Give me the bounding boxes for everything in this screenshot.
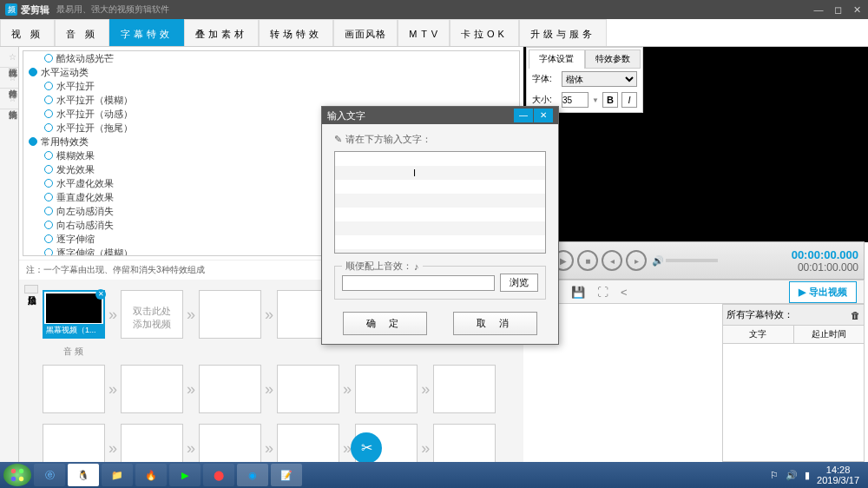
font-select[interactable]: 楷体 bbox=[562, 71, 637, 87]
save-icon[interactable]: 💾 bbox=[571, 286, 585, 299]
font-settings-panel: 字体设置 特效参数 字体: 楷体 大小: ▼ B I bbox=[526, 47, 643, 113]
maximize-button[interactable]: ◻ bbox=[832, 4, 844, 16]
effect-params-tab[interactable]: 特效参数 bbox=[585, 49, 641, 69]
empty-slot[interactable] bbox=[43, 424, 105, 462]
delete-icon[interactable]: 🗑 bbox=[851, 310, 860, 320]
radio-icon bbox=[44, 109, 53, 118]
empty-slot[interactable] bbox=[277, 424, 339, 462]
effect-category[interactable]: 水平运动类 bbox=[23, 65, 519, 79]
cancel-button[interactable]: 取 消 bbox=[453, 312, 537, 335]
app-title: 爱剪辑 bbox=[21, 3, 49, 16]
bold-button[interactable]: B bbox=[602, 92, 618, 108]
empty-slot[interactable] bbox=[199, 424, 261, 462]
radio-icon bbox=[44, 207, 53, 215]
effect-item[interactable]: 水平拉开（模糊） bbox=[23, 93, 519, 107]
taskbar-app-icon[interactable]: 🐧 bbox=[68, 464, 99, 486]
prev-frame-button[interactable]: ◂ bbox=[602, 250, 622, 271]
radio-icon bbox=[44, 193, 53, 201]
taskbar-ie-icon[interactable]: ⓔ bbox=[34, 464, 65, 486]
taskbar-record-icon[interactable]: ⬤ bbox=[203, 464, 234, 486]
empty-audio-slot[interactable] bbox=[355, 365, 418, 413]
main-tab-2[interactable]: 字幕特效 bbox=[109, 19, 184, 46]
app-logo-icon: 频 bbox=[5, 3, 17, 16]
side-tab-2[interactable]: ☆消失特效 bbox=[0, 89, 18, 109]
empty-audio-slot[interactable] bbox=[199, 365, 261, 413]
empty-slot[interactable] bbox=[121, 424, 183, 462]
radio-icon bbox=[44, 151, 53, 160]
svg-point-1 bbox=[19, 469, 23, 473]
share-icon[interactable]: < bbox=[621, 286, 628, 299]
taskbar-notepad-icon[interactable]: 📝 bbox=[271, 464, 302, 486]
edit-icon: ✎ bbox=[334, 134, 342, 145]
scissors-button[interactable]: ✂ bbox=[351, 432, 382, 464]
minimize-button[interactable]: — bbox=[812, 4, 825, 16]
text-input-area[interactable]: I bbox=[334, 151, 546, 254]
subtitle-panel-title: 所有字幕特效： bbox=[727, 308, 793, 321]
radio-icon bbox=[44, 123, 53, 132]
dialog-close-button[interactable]: ✕ bbox=[534, 109, 553, 122]
tray-volume-icon[interactable]: 🔊 bbox=[786, 470, 798, 481]
taskbar-player-icon[interactable]: ▶ bbox=[169, 464, 201, 486]
empty-audio-slot[interactable] bbox=[43, 365, 105, 413]
volume-icon[interactable]: 🔊 bbox=[652, 255, 664, 267]
radio-icon bbox=[44, 96, 53, 104]
next-frame-button[interactable]: ▸ bbox=[626, 250, 647, 271]
col-text[interactable]: 文字 bbox=[723, 326, 794, 343]
effect-item[interactable]: 酷炫动感光芒 bbox=[23, 51, 519, 65]
italic-button[interactable]: I bbox=[621, 92, 637, 108]
main-tab-3[interactable]: 叠加素材 bbox=[184, 19, 259, 46]
effect-item[interactable]: 水平拉开 bbox=[23, 79, 519, 93]
main-tab-8[interactable]: 升级与服务 bbox=[519, 19, 607, 46]
export-video-button[interactable]: ▶ 导出视频 bbox=[789, 281, 857, 303]
current-time: 00:00:00.000 bbox=[792, 248, 858, 261]
text-cursor-icon: I bbox=[413, 168, 414, 180]
taskbar-explorer-icon[interactable]: 📁 bbox=[102, 464, 133, 486]
empty-audio-slot[interactable] bbox=[433, 365, 496, 413]
empty-audio-slot[interactable] bbox=[121, 365, 183, 413]
remove-clip-icon[interactable]: ✕ bbox=[95, 289, 106, 300]
main-tab-1[interactable]: 音 频 bbox=[55, 19, 109, 46]
side-tab-0[interactable]: ☆出现特效 bbox=[0, 47, 18, 68]
dialog-minimize-button[interactable]: — bbox=[514, 109, 533, 122]
timeline-side-tab[interactable]: 已添加片段 bbox=[24, 285, 38, 293]
video-clip[interactable]: ✕ 黑幕视频（1... bbox=[43, 290, 105, 339]
side-tab-1[interactable]: ☆停留特效 bbox=[0, 68, 18, 89]
taskbar-firefox-icon[interactable]: 🔥 bbox=[135, 464, 167, 486]
svg-point-3 bbox=[19, 477, 23, 481]
music-note-icon: ♪ bbox=[414, 261, 419, 272]
arrow-icon: » bbox=[187, 306, 195, 324]
volume-slider[interactable] bbox=[666, 259, 718, 262]
empty-slot[interactable] bbox=[433, 424, 496, 462]
clip-label: 黑幕视频（1... bbox=[44, 324, 103, 337]
ok-button[interactable]: 确 定 bbox=[343, 312, 427, 335]
audio-legend: 顺便配上音效： bbox=[345, 260, 412, 273]
close-button[interactable]: ✕ bbox=[851, 4, 863, 16]
radio-icon bbox=[44, 165, 53, 174]
main-tab-7[interactable]: 卡拉OK bbox=[450, 19, 519, 46]
add-clip-slot[interactable]: 双击此处添加视频 bbox=[121, 290, 183, 339]
main-tab-6[interactable]: M T V bbox=[398, 19, 450, 46]
radio-icon bbox=[44, 179, 53, 188]
empty-clip-slot[interactable] bbox=[199, 290, 261, 339]
empty-audio-slot[interactable] bbox=[277, 365, 339, 413]
audio-path-input[interactable] bbox=[342, 275, 495, 291]
main-tab-5[interactable]: 画面风格 bbox=[333, 19, 398, 46]
main-tab-4[interactable]: 转场特效 bbox=[259, 19, 333, 46]
radio-icon bbox=[44, 82, 53, 90]
font-tab[interactable]: 字体设置 bbox=[529, 49, 585, 69]
browse-button[interactable]: 浏览 bbox=[500, 274, 538, 292]
start-button[interactable] bbox=[3, 464, 31, 486]
tray-clock[interactable]: 14:28 2019/3/17 bbox=[817, 465, 859, 485]
fullscreen-icon[interactable]: ⛶ bbox=[597, 286, 608, 299]
tray-flag-icon[interactable]: ⚐ bbox=[770, 470, 779, 481]
main-tab-0[interactable]: 视 频 bbox=[0, 19, 55, 46]
stop-button[interactable]: ■ bbox=[577, 250, 598, 271]
tray-network-icon[interactable]: ▮ bbox=[805, 470, 810, 481]
size-input[interactable] bbox=[562, 92, 589, 108]
col-time[interactable]: 起止时间 bbox=[794, 326, 865, 343]
taskbar-aijianji-icon[interactable]: ◉ bbox=[237, 464, 268, 486]
radio-icon bbox=[44, 234, 53, 243]
dialog-prompt: 请在下方输入文字： bbox=[345, 133, 431, 146]
size-label: 大小: bbox=[532, 94, 558, 106]
svg-point-0 bbox=[11, 469, 16, 473]
